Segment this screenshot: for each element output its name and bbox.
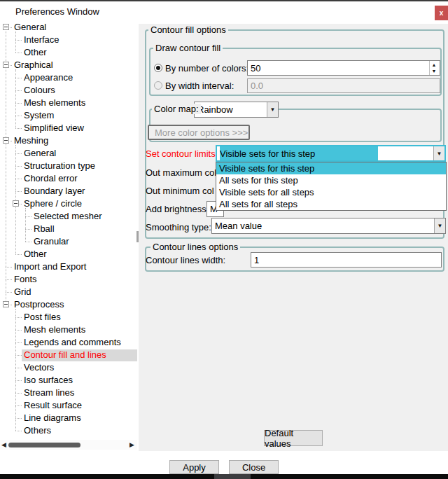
tree-item[interactable]: General [14,21,46,34]
chevron-down-icon[interactable]: ▼ [267,102,278,117]
tree-item[interactable]: Rball [34,223,55,235]
tree-guide-line [15,418,22,419]
tree-item[interactable]: Meshing [14,134,48,147]
close-window-button[interactable]: x [435,6,448,20]
tree-item[interactable]: Boundary layer [24,185,85,197]
tree-item[interactable]: Others [24,424,51,437]
width-interval-field[interactable]: 0.0 [247,78,440,93]
by-width-interval-radio[interactable] [154,81,162,90]
tree-item[interactable]: Mesh elements [24,97,85,109]
contour-limits-dropdown-list: Visible sets for this stepAll sets for t… [216,162,447,211]
tree-item[interactable]: Contour fill and lines [24,349,106,361]
tree-item[interactable]: Post files [24,311,61,324]
dropdown-option[interactable]: Visible sets for this step [216,162,446,174]
tree-guide-line [15,309,16,431]
default-values-button[interactable]: Default values [264,430,323,446]
tree-item[interactable]: Appearance [24,71,73,84]
tree-guide-line [15,103,22,104]
tree-item[interactable]: Colours [24,84,55,97]
tree-guide-line [15,368,22,368]
tree-item[interactable]: General [24,147,56,160]
tree-item[interactable]: Legends and comments [24,336,121,349]
window-top-border [0,0,448,1]
more-color-options-label: More color options >>> [155,127,248,138]
tree-item[interactable]: Result surface [24,399,82,412]
contour-fill-options-group-title: Contour fill options [148,25,228,35]
close-dialog-label: Close [242,462,265,473]
more-color-options-button[interactable]: More color options >>> [148,125,250,140]
dropdown-option[interactable]: Visible sets for all steps [216,186,446,198]
scrollbar-right-arrow-icon[interactable]: ▶ [130,440,134,449]
tree-item[interactable]: Other [24,248,47,261]
apply-button[interactable]: Apply [169,460,219,474]
add-brightness-label: Add brightness: [146,204,209,214]
close-dialog-button[interactable]: Close [229,460,279,474]
smoothing-type-combobox[interactable]: Mean value ▼ [211,218,446,234]
tree-item[interactable]: Simplified view [24,122,84,134]
tree-collapse-icon[interactable] [3,137,9,144]
tree-horizontal-scrollbar[interactable]: ◀ ▶ [0,440,137,450]
tree-collapse-icon[interactable] [13,200,19,207]
number-of-colors-value: 50 [251,63,260,74]
tree-item[interactable]: Sphere / circle [24,197,82,210]
by-number-of-colors-label: By number of colors: [165,63,248,74]
preferences-tree: GeneralInterfaceOtherGraphicalAppearance… [0,21,137,440]
tree-item[interactable]: Graphical [14,59,53,71]
contour-lines-width-value: 1 [254,255,259,265]
tree-guide-line [25,242,31,242]
color-map-label: Color map: [152,104,201,114]
by-width-interval-label: By width interval: [165,81,234,91]
tree-item[interactable]: Fonts [14,273,37,286]
tree-guide-line [15,32,16,53]
dropdown-option[interactable]: All sets for all steps [216,198,446,210]
spinbox-arrows-icon[interactable]: ▲▼ [429,61,438,75]
tree-item[interactable]: Mesh elements [24,324,85,336]
tree-item[interactable]: Grid [14,286,31,298]
tree-item[interactable]: Postprocess [14,298,64,311]
number-of-colors-spinbox[interactable]: 50 ▲▼ [247,60,440,76]
default-values-label: Default values [265,428,322,449]
color-map-value: Rainbow [197,102,233,117]
tree-collapse-icon[interactable] [3,62,9,68]
contour-lines-width-field[interactable]: 1 [251,252,442,268]
apply-label: Apply [183,462,206,473]
by-number-of-colors-radio[interactable] [154,64,162,72]
tree-guide-line [15,90,22,91]
color-map-combobox[interactable]: Rainbow ▼ [194,102,279,118]
out-maximum-color-label: Out maximum col [146,167,216,178]
scrollbar-left-arrow-icon[interactable]: ◀ [1,440,6,449]
tree-guide-line [15,393,22,394]
tree-item[interactable]: Vectors [24,361,54,374]
tree-item[interactable]: Interface [24,34,59,46]
tree-item[interactable]: Chordal error [24,172,78,185]
tree-item[interactable]: Stream lines [24,387,74,399]
tree-guide-line [15,191,22,192]
tree-item[interactable]: Selected mesher [34,210,102,223]
tree-guide-line [15,254,22,255]
tree-item[interactable]: Granular [34,235,69,248]
tree-item[interactable]: Structuration type [24,160,95,172]
tree-guide-line [6,279,12,280]
tree-guide-line [15,145,16,254]
bottom-edge-bar-segment [214,474,251,479]
tree-guide-line [6,292,12,293]
tree-item[interactable]: Iso surfaces [24,374,73,387]
set-contour-limits-combobox[interactable]: Visible sets for this step ▼ [216,145,446,162]
tree-collapse-icon[interactable] [3,24,9,30]
scrollbar-thumb[interactable] [8,443,80,447]
chevron-down-icon[interactable]: ▼ [433,146,444,160]
tree-item[interactable]: Line diagrams [24,412,81,424]
tree-collapse-icon[interactable] [3,301,9,307]
tree-guide-line [25,229,31,230]
tree-item[interactable]: System [24,109,54,122]
tree-guide-line [15,431,22,431]
tree-item[interactable]: Import and Export [14,261,86,273]
tree-guide-line [15,380,22,381]
tree-item[interactable]: Other [24,46,47,59]
chevron-down-icon[interactable]: ▼ [434,218,445,233]
tree-guide-line [15,128,22,129]
contour-lines-width-label: Contour lines width: [146,255,225,265]
dropdown-option[interactable]: All sets for this step [216,174,446,186]
out-minimum-color-label: Out minimum col [146,186,214,196]
window-title: Preferences Window [15,6,99,17]
